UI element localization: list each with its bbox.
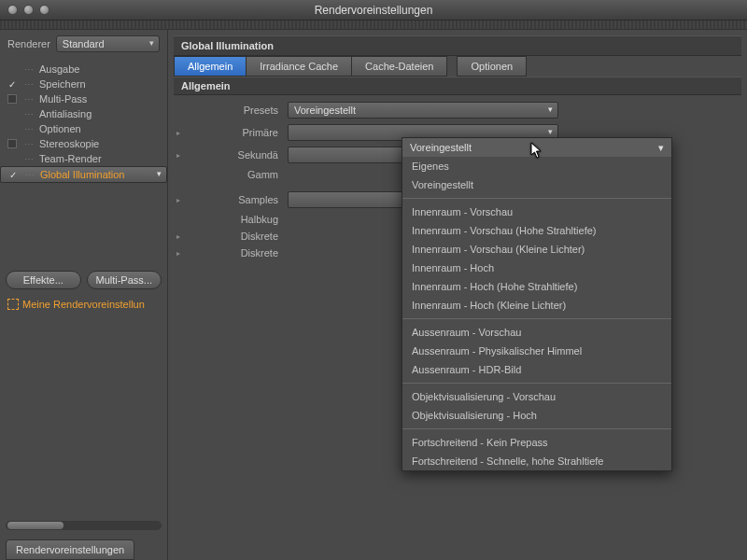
diskrete2-label: Diskrete: [189, 247, 282, 259]
tree-branch-icon: ⋯: [22, 64, 35, 75]
presets-select[interactable]: Voreingestellt: [288, 102, 558, 119]
gamma-label: Gamm: [189, 169, 282, 180]
checkbox[interactable]: [6, 138, 19, 149]
tree-branch-icon: ⋯: [23, 170, 36, 180]
minimize-icon[interactable]: [23, 5, 34, 15]
tab-bar: AllgemeinIrradiance CacheCache-DateienOp…: [174, 56, 741, 77]
tree-branch-icon: ⋯: [22, 109, 35, 119]
main-panel: Global Illumination AllgemeinIrradiance …: [168, 30, 747, 560]
halbkugel-label: Halbkug: [189, 214, 282, 225]
checkbox[interactable]: ✓: [7, 169, 20, 180]
presets-label: Presets: [189, 105, 282, 116]
dropdown-option[interactable]: Innenraum - Hoch (Kleine Lichter): [402, 296, 671, 315]
samples-label: Samples: [189, 194, 282, 205]
sidebar-item-label: Optionen: [39, 123, 81, 134]
settings-tree: ⋯Ausgabe✓⋯Speichern⋯Multi-Pass⋯Antialias…: [0, 58, 167, 265]
dropdown-option[interactable]: Objektvisualisierung - Hoch: [402, 406, 671, 425]
dropdown-option[interactable]: Innenraum - Vorschau (Kleine Lichter): [402, 240, 671, 259]
sidebar-item-label: Antialiasing: [39, 108, 92, 119]
sidebar: Renderer Standard ⋯Ausgabe✓⋯Speichern⋯Mu…: [0, 30, 168, 560]
toolbar-grip[interactable]: [0, 21, 747, 30]
window-controls: [7, 5, 49, 15]
bottom-tab[interactable]: Rendervoreinstellungen: [6, 539, 134, 560]
section-header: Allgemein: [174, 77, 741, 95]
multipass-button[interactable]: Multi-Pass...: [87, 271, 162, 289]
sidebar-item[interactable]: ⋯Multi-Pass: [0, 91, 167, 106]
tab[interactable]: Optionen: [457, 56, 527, 77]
window-title: Rendervoreinstellungen: [0, 4, 747, 17]
dropdown-option[interactable]: Innenraum - Hoch (Hohe Strahltiefe): [402, 277, 671, 296]
disclosure-icon[interactable]: [174, 151, 183, 160]
sidebar-item[interactable]: ✓⋯Speichern: [0, 77, 167, 91]
tab[interactable]: Allgemein: [174, 56, 247, 77]
dropdown-option[interactable]: Innenraum - Vorschau: [402, 203, 671, 221]
checkbox[interactable]: [6, 93, 19, 105]
tree-branch-icon: ⋯: [22, 154, 35, 164]
effects-button[interactable]: Effekte...: [6, 271, 81, 289]
tab[interactable]: Irradiance Cache: [247, 56, 352, 77]
titlebar: Rendervoreinstellungen: [0, 0, 747, 21]
my-presets[interactable]: Meine Rendervoreinstellun: [0, 295, 167, 314]
sidebar-item[interactable]: ⋯Team-Render: [0, 151, 167, 166]
primary-label: Primäre: [189, 127, 282, 138]
sidebar-item[interactable]: ⋯Optionen: [0, 121, 167, 136]
checkbox[interactable]: ✓: [6, 78, 19, 90]
disclosure-icon[interactable]: [174, 196, 183, 204]
sidebar-item-label: Multi-Pass: [39, 93, 87, 105]
dropdown-option[interactable]: Aussenraum - HDR-Bild: [402, 360, 671, 379]
dropdown-option[interactable]: Objektvisualisierung - Vorschau: [402, 387, 671, 406]
tree-branch-icon: ⋯: [22, 124, 35, 134]
checkbox[interactable]: [6, 63, 19, 75]
presets-dropdown[interactable]: Voreingestellt EigenesVoreingestelltInne…: [402, 137, 672, 471]
sidebar-item[interactable]: ⋯Antialiasing: [0, 106, 167, 121]
my-presets-label: Meine Rendervoreinstellun: [22, 299, 145, 310]
tree-branch-icon: ⋯: [22, 79, 35, 90]
secondary-label: Sekundä: [189, 149, 282, 161]
dropdown-option[interactable]: Fortschreitend - Kein Prepass: [402, 433, 671, 452]
sidebar-item-label: Team-Render: [39, 153, 102, 164]
sidebar-item-label: Speichern: [39, 78, 86, 90]
sidebar-item-label: Ausgabe: [39, 63, 79, 75]
checkbox[interactable]: [6, 108, 19, 119]
renderer-select[interactable]: Standard: [56, 35, 160, 52]
dropdown-option[interactable]: Fortschreitend - Schnelle, hohe Strahlti…: [402, 452, 671, 470]
dropdown-option[interactable]: Aussenraum - Physikalischer Himmel: [402, 342, 671, 360]
dropdown-option[interactable]: Innenraum - Hoch: [402, 259, 671, 277]
tab[interactable]: Cache-Dateien: [352, 56, 447, 77]
sidebar-scrollbar[interactable]: [6, 521, 162, 530]
disclosure-icon[interactable]: [174, 249, 183, 258]
separator: [402, 318, 671, 319]
dropdown-option[interactable]: Voreingestellt: [402, 175, 671, 194]
checkbox[interactable]: [6, 153, 19, 164]
disclosure-icon[interactable]: [174, 129, 183, 137]
separator: [402, 198, 671, 199]
disclosure-icon[interactable]: [174, 232, 183, 241]
cursor-icon: [530, 142, 543, 161]
separator: [402, 428, 671, 429]
sidebar-item-label: Stereoskopie: [39, 138, 99, 149]
zoom-icon[interactable]: [39, 5, 49, 15]
dropdown-option[interactable]: Innenraum - Vorschau (Hohe Strahltiefe): [402, 221, 671, 240]
sidebar-item[interactable]: ⋯Ausgabe: [0, 62, 167, 77]
tree-branch-icon: ⋯: [22, 94, 35, 105]
sidebar-item[interactable]: ✓⋯Global Illumination: [0, 166, 167, 183]
panel-title: Global Illumination: [174, 35, 741, 56]
renderer-label: Renderer: [7, 38, 50, 49]
preset-icon: [7, 299, 19, 310]
checkbox[interactable]: [6, 123, 19, 134]
separator: [402, 383, 671, 384]
tree-branch-icon: ⋯: [22, 139, 35, 149]
diskrete1-label: Diskrete: [189, 231, 282, 242]
dropdown-option[interactable]: Aussenraum - Vorschau: [402, 323, 671, 342]
sidebar-item-label: Global Illumination: [40, 169, 125, 180]
close-icon[interactable]: [7, 5, 18, 15]
sidebar-item[interactable]: ⋯Stereoskopie: [0, 136, 167, 151]
